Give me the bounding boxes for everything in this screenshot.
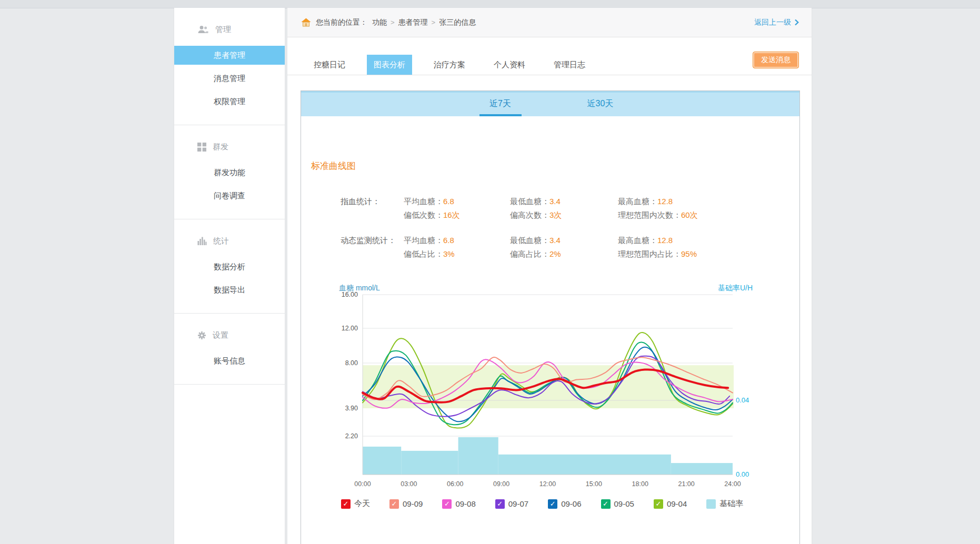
x-axis-tick-label: 09:00 (493, 480, 509, 488)
stat-value: 12.8 (657, 236, 673, 245)
legend-checkbox-checked[interactable]: ✓ (495, 499, 505, 509)
sidebar-item[interactable]: 权限管理 (174, 92, 285, 111)
stat-cell: 理想范围内次数：60次 (618, 208, 799, 222)
main-panel: 您当前的位置： 功能>患者管理>张三的信息 返回上一级 控糖日记图表分析治疗方案… (287, 8, 812, 544)
stat-label: 偏高次数： (510, 210, 549, 219)
stat-cell: 偏高次数：3次 (510, 208, 618, 222)
legend-item[interactable]: ✓09-07 (495, 499, 528, 509)
sidebar-divider (174, 384, 285, 385)
send-message-button[interactable]: 发送消息 (753, 52, 799, 68)
legend-item[interactable]: ✓09-08 (442, 499, 475, 509)
stat-label: 最高血糖： (618, 197, 657, 206)
sidebar-section: 管理患者管理消息管理权限管理 (174, 8, 285, 125)
legend-item[interactable]: ✓09-06 (548, 499, 581, 509)
stat-label: 最低血糖： (510, 236, 549, 245)
basal-rate-bar (498, 455, 671, 475)
grid-icon (197, 143, 206, 152)
legend-checkbox-checked[interactable]: ✓ (442, 499, 452, 509)
y-axis-tick-label: 16.00 (342, 291, 358, 298)
chevron-right-icon (794, 19, 799, 26)
right-axis-title: 基础率U/H (718, 284, 753, 292)
stat-cell: 最高血糖：12.8 (618, 234, 799, 247)
basal-rate-bar (401, 451, 458, 475)
stat-cell: 最高血糖：12.8 (618, 195, 799, 208)
legend-item[interactable]: ✓今天 (341, 499, 370, 509)
legend-item[interactable]: ✓09-04 (654, 499, 687, 509)
stat-label: 偏低次数： (404, 210, 443, 219)
sidebar-section: 群发群发功能问卷调查 (174, 125, 285, 219)
sidebar-items: 账号信息 (174, 343, 285, 384)
breadcrumb: 您当前的位置： 功能>患者管理>张三的信息 (301, 18, 476, 27)
sidebar-section: 统计数据分析数据导出 (174, 219, 285, 313)
stat-cell: 偏低占比：3% (404, 247, 510, 261)
x-axis-tick-label: 15:00 (586, 480, 602, 488)
legend-item[interactable]: 基础率 (706, 499, 743, 509)
stat-value: 6.8 (443, 236, 454, 245)
sidebar-items: 数据分析数据导出 (174, 249, 285, 313)
x-axis-tick-label: 12:00 (539, 480, 556, 488)
patient-tabs: 控糖日记图表分析治疗方案个人资料管理日志 发送消息 (287, 55, 812, 75)
breadcrumb-separator: > (432, 18, 436, 26)
x-axis-tick-label: 06:00 (447, 480, 463, 488)
y-axis-tick-label: 8.00 (345, 359, 358, 367)
x-axis-tick-label: 03:00 (401, 480, 417, 488)
sidebar-item[interactable]: 消息管理 (174, 69, 285, 88)
sidebar-section: 设置账号信息 (174, 314, 285, 384)
sidebar-items: 患者管理消息管理权限管理 (174, 37, 285, 125)
stat-group: 指血统计：平均血糖：6.8最低血糖：3.4最高血糖：12.8偏低次数：16次偏高… (341, 195, 799, 222)
legend-label: 09-06 (561, 499, 581, 508)
sidebar-item[interactable]: 患者管理 (174, 46, 285, 65)
stat-cell: 理想范围内占比：95% (618, 247, 799, 261)
tab-3[interactable]: 个人资料 (487, 55, 532, 75)
legend-label: 09-04 (667, 499, 687, 508)
glucose-chart: 16.0012.008.003.902.200.040.0000:0003:00… (333, 283, 796, 493)
sidebar-item[interactable]: 问卷调查 (174, 186, 285, 205)
stat-cell: 偏高占比：2% (510, 247, 618, 261)
stat-value: 3.4 (549, 197, 561, 206)
breadcrumb-item[interactable]: 功能 (372, 18, 387, 26)
legend-checkbox-checked[interactable]: ✓ (548, 499, 557, 509)
legend-checkbox-checked[interactable]: ✓ (389, 499, 399, 509)
stat-value: 3次 (549, 210, 562, 219)
tab-4[interactable]: 管理日志 (547, 55, 592, 75)
breadcrumb-location-label: 您当前的位置： (316, 18, 367, 27)
stat-line: 指血统计：平均血糖：6.8最低血糖：3.4最高血糖：12.8 (341, 195, 799, 208)
back-to-parent-link[interactable]: 返回上一级 (754, 18, 799, 27)
tab-0[interactable]: 控糖日记 (307, 55, 352, 75)
tab-2[interactable]: 治疗方案 (427, 55, 472, 75)
sidebar-item[interactable]: 数据导出 (174, 280, 285, 299)
legend-checkbox-checked[interactable]: ✓ (601, 499, 611, 509)
stat-line: 偏低占比：3%偏高占比：2%理想范围内占比：95% (341, 247, 799, 261)
sidebar: 管理患者管理消息管理权限管理群发群发功能问卷调查统计数据分析数据导出设置账号信息 (174, 8, 285, 544)
breadcrumb-item[interactable]: 患者管理 (398, 18, 428, 26)
stat-label: 平均血糖： (404, 197, 443, 206)
legend-label: 09-07 (508, 499, 528, 508)
right-axis-label: 0.00 (736, 470, 749, 478)
legend-item[interactable]: ✓09-05 (601, 499, 634, 509)
sidebar-item[interactable]: 群发功能 (174, 163, 285, 182)
glucose-chart-svg: 16.0012.008.003.902.200.040.0000:0003:00… (333, 283, 796, 493)
stat-label: 平均血糖： (404, 236, 443, 245)
sidebar-item[interactable]: 账号信息 (174, 351, 285, 370)
range-tab[interactable]: 近30天 (579, 93, 622, 116)
bar-chart-icon (197, 237, 207, 245)
stat-label: 最高血糖： (618, 236, 657, 245)
legend-checkbox-checked[interactable]: ✓ (654, 499, 663, 509)
tab-1[interactable]: 图表分析 (367, 55, 412, 75)
stat-group: 动态监测统计：平均血糖：6.8最低血糖：3.4最高血糖：12.8偏低占比：3%偏… (341, 234, 799, 261)
stat-cell: 平均血糖：6.8 (404, 234, 510, 247)
legend-checkbox-checked[interactable]: ✓ (341, 499, 351, 509)
breadcrumb-item[interactable]: 张三的信息 (439, 18, 476, 26)
x-axis-tick-label: 21:00 (678, 480, 694, 488)
basal-rate-bar (671, 463, 733, 475)
stat-label: 理想范围内占比： (618, 249, 681, 258)
legend-item[interactable]: ✓09-09 (389, 499, 423, 509)
sidebar-section-label: 设置 (213, 330, 228, 340)
stat-cell: 最低血糖：3.4 (510, 195, 618, 208)
sidebar-item[interactable]: 数据分析 (174, 257, 285, 276)
stat-line: 偏低次数：16次偏高次数：3次理想范围内次数：60次 (341, 208, 799, 222)
range-tab[interactable]: 近7天 (479, 93, 522, 116)
legend-swatch[interactable] (706, 499, 716, 509)
x-axis-tick-label: 24:00 (724, 480, 741, 488)
y-axis-tick-label: 12.00 (342, 325, 358, 332)
